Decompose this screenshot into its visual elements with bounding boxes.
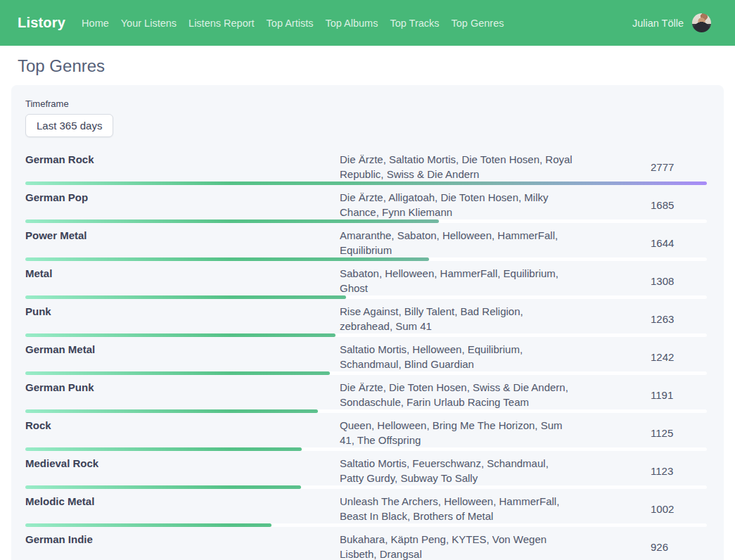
navbar: Listory Home Your Listens Listens Report… <box>0 0 735 46</box>
genre-bar-gradient <box>25 295 346 299</box>
nav-item-top-tracks[interactable]: Top Tracks <box>390 18 439 29</box>
genre-count: 1263 <box>651 313 707 325</box>
genre-row: German Punk Die Ärzte, Die Toten Hosen, … <box>25 375 707 413</box>
genre-count: 2777 <box>651 161 707 173</box>
genre-count: 1002 <box>651 503 707 515</box>
genre-name: Punk <box>25 304 340 319</box>
genre-bar-gradient <box>25 219 439 223</box>
page-title: Top Genres <box>18 56 724 76</box>
genre-row: German Pop Die Ärzte, Alligatoah, Die To… <box>25 185 707 223</box>
genre-bar-gradient <box>25 333 335 337</box>
nav-items: Home Your Listens Listens Report Top Art… <box>82 17 632 30</box>
genre-artists: Saltatio Mortis, Feuerschwanz, Schandmau… <box>340 456 573 485</box>
genre-name: German Pop <box>25 190 340 205</box>
genre-artists: Die Ärzte, Saltatio Mortis, Die Toten Ho… <box>340 152 573 182</box>
genre-artists: Amaranthe, Sabaton, Helloween, HammerFal… <box>340 228 573 257</box>
genre-name: Power Metal <box>25 228 340 243</box>
timeframe-select[interactable]: Last 365 days <box>25 114 113 137</box>
genre-count: 1644 <box>651 237 707 249</box>
user-name: Julian Tölle <box>632 18 684 29</box>
genre-bar-fill <box>25 333 335 337</box>
genre-artists: Sabaton, Helloween, HammerFall, Equilibr… <box>340 266 573 295</box>
genre-count: 926 <box>651 541 707 553</box>
genre-bar-fill <box>25 371 330 375</box>
genre-bar-gradient <box>25 523 271 527</box>
nav-item-listens-report[interactable]: Listens Report <box>188 18 255 29</box>
genre-bar-fill <box>25 295 346 299</box>
genre-bar-gradient <box>25 371 330 375</box>
genre-bar-track <box>25 182 707 185</box>
genre-bar-gradient <box>25 182 707 185</box>
genre-artists: Die Ärzte, Die Toten Hosen, Swiss & Die … <box>340 380 573 409</box>
genre-count: 1125 <box>651 427 707 439</box>
main-content: Top Genres Timeframe Last 365 days Germa… <box>0 56 735 560</box>
genre-row: Rock Queen, Helloween, Bring Me The Hori… <box>25 413 707 451</box>
genre-bar-fill <box>25 447 302 451</box>
genre-artists: Die Ärzte, Alligatoah, Die Toten Hosen, … <box>340 190 573 219</box>
genre-name: German Punk <box>25 380 340 395</box>
genre-artists: Saltatio Mortis, Helloween, Equilibrium,… <box>340 342 573 371</box>
nav-item-home[interactable]: Home <box>82 18 109 29</box>
genre-count: 1123 <box>651 465 707 477</box>
timeframe-label: Timeframe <box>25 98 707 109</box>
brand-logo[interactable]: Listory <box>18 15 65 31</box>
genre-row: Punk Rise Against, Billy Talent, Bad Rel… <box>25 299 707 337</box>
genre-row: Melodic Metal Unleash The Archers, Hello… <box>25 489 707 527</box>
genre-bar-gradient <box>25 409 318 413</box>
genre-name: Medieval Rock <box>25 456 340 471</box>
genre-name: German Rock <box>25 152 340 167</box>
nav-item-top-artists[interactable]: Top Artists <box>267 18 314 29</box>
genre-bar-gradient <box>25 257 429 261</box>
genre-count: 1308 <box>651 275 707 287</box>
genre-bar-fill <box>25 485 301 489</box>
genre-name: German Indie <box>25 532 340 547</box>
genre-row: German Metal Saltatio Mortis, Helloween,… <box>25 337 707 375</box>
genre-artists: Rise Against, Billy Talent, Bad Religion… <box>340 304 573 333</box>
user-menu[interactable]: Julian Tölle <box>632 13 711 32</box>
genre-name: Metal <box>25 266 340 281</box>
genre-artists: Unleash The Archers, Helloween, HammerFa… <box>340 494 573 523</box>
genre-name: Melodic Metal <box>25 494 340 509</box>
genre-row: German Rock Die Ärzte, Saltatio Mortis, … <box>25 147 707 185</box>
genre-bar-gradient <box>25 485 301 489</box>
genre-row: Medieval Rock Saltatio Mortis, Feuerschw… <box>25 451 707 489</box>
nav-item-top-genres[interactable]: Top Genres <box>452 18 504 29</box>
genre-row: Power Metal Amaranthe, Sabaton, Hellowee… <box>25 223 707 261</box>
genre-count: 1242 <box>651 351 707 363</box>
genre-count: 1191 <box>651 389 707 401</box>
genre-bar-fill <box>25 409 318 413</box>
top-genres-card: Timeframe Last 365 days German Rock Die … <box>11 85 724 560</box>
genre-artists: Queen, Helloween, Bring Me The Horizon, … <box>340 418 573 447</box>
genre-bar-fill <box>25 257 429 261</box>
genre-count: 1685 <box>651 199 707 211</box>
nav-item-top-albums[interactable]: Top Albums <box>325 18 378 29</box>
genre-row: Metal Sabaton, Helloween, HammerFall, Eq… <box>25 261 707 299</box>
user-avatar[interactable] <box>692 13 711 32</box>
genre-bar-fill <box>25 523 271 527</box>
genre-name: German Metal <box>25 342 340 357</box>
genre-artists: Bukahara, Käptn Peng, KYTES, Von Wegen L… <box>340 532 573 560</box>
genre-bar-gradient <box>25 447 302 451</box>
genre-row: German Indie Bukahara, Käptn Peng, KYTES… <box>25 527 707 560</box>
genre-rows: German Rock Die Ärzte, Saltatio Mortis, … <box>25 147 707 560</box>
genre-bar-fill <box>25 182 707 185</box>
genre-name: Rock <box>25 418 340 433</box>
genre-bar-fill <box>25 219 439 223</box>
nav-item-your-listens[interactable]: Your Listens <box>121 18 177 29</box>
